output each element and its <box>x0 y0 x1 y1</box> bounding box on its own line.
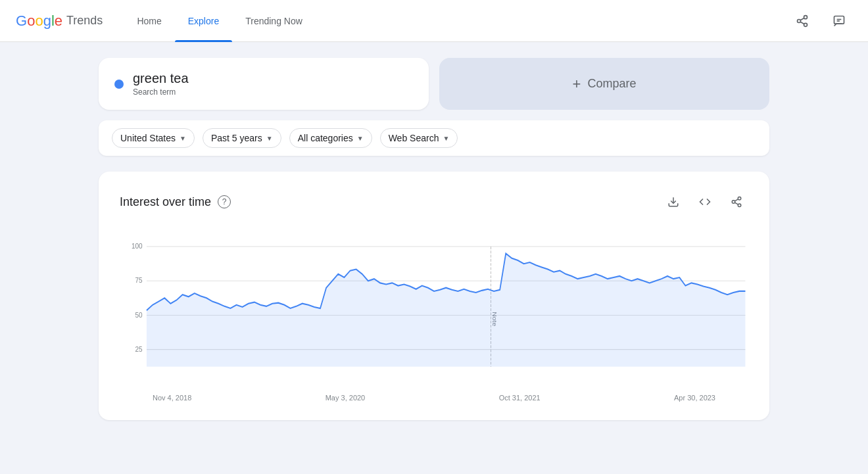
embed-icon <box>699 196 711 208</box>
share-icon <box>796 14 809 28</box>
google-wordmark: Google <box>16 12 62 30</box>
feedback-button[interactable] <box>826 8 852 34</box>
nav-trending[interactable]: Trending Now <box>232 0 316 42</box>
chart-header: Interest over time ? <box>120 190 748 214</box>
search-type-chevron-icon: ▼ <box>443 135 449 142</box>
svg-point-9 <box>738 197 741 201</box>
help-icon[interactable]: ? <box>218 195 231 208</box>
svg-text:50: 50 <box>135 310 142 319</box>
svg-line-13 <box>735 199 738 201</box>
search-info: green tea Search term <box>133 71 189 97</box>
interest-chart: 100 75 50 25 Note <box>120 229 748 387</box>
category-filter[interactable]: All categories ▼ <box>289 128 372 148</box>
feedback-icon <box>832 14 846 28</box>
svg-point-2 <box>804 23 808 26</box>
svg-line-3 <box>800 22 804 24</box>
chart-title: Interest over time <box>120 195 211 209</box>
svg-point-11 <box>738 204 741 207</box>
main-content: green tea Search term + Compare United S… <box>0 42 868 436</box>
svg-line-12 <box>735 202 738 204</box>
share-button[interactable] <box>789 8 815 34</box>
compare-label: Compare <box>587 77 636 91</box>
svg-point-0 <box>804 15 808 18</box>
chart-card: Interest over time ? <box>99 172 769 420</box>
x-label-3: Apr 30, 2023 <box>674 394 715 402</box>
filters-bar: United States ▼ Past 5 years ▼ All categ… <box>99 120 769 156</box>
category-label: All categories <box>298 133 353 143</box>
header: Google Trends Home Explore Trending Now <box>0 0 868 42</box>
x-label-2: Oct 31, 2021 <box>499 394 541 402</box>
chart-share-button[interactable] <box>725 190 748 214</box>
compare-card[interactable]: + Compare <box>439 58 769 110</box>
search-type-filter[interactable]: Web Search ▼ <box>380 128 458 148</box>
embed-button[interactable] <box>693 190 717 214</box>
time-filter[interactable]: Past 5 years ▼ <box>203 128 281 148</box>
svg-point-1 <box>798 19 801 22</box>
chart-container: 100 75 50 25 Note Nov 4, 2018 <box>120 229 748 402</box>
search-type-label: Search term <box>133 87 189 97</box>
chart-share-icon <box>731 196 742 208</box>
svg-line-4 <box>800 18 804 20</box>
download-icon <box>667 196 679 208</box>
svg-text:100: 100 <box>132 242 143 250</box>
time-label: Past 5 years <box>211 133 262 143</box>
nav-explore[interactable]: Explore <box>175 0 232 42</box>
trends-wordmark: Trends <box>66 14 103 28</box>
time-chevron-icon: ▼ <box>266 135 273 142</box>
category-chevron-icon: ▼ <box>357 135 364 142</box>
x-label-0: Nov 4, 2018 <box>153 394 191 402</box>
svg-text:75: 75 <box>135 276 142 285</box>
search-type-filter-label: Web Search <box>389 133 439 143</box>
search-section: green tea Search term + Compare <box>99 58 769 110</box>
region-label: United States <box>120 133 176 143</box>
compare-plus-icon: + <box>573 76 581 93</box>
nav-home[interactable]: Home <box>124 0 174 42</box>
chart-title-group: Interest over time ? <box>120 195 231 209</box>
header-actions <box>789 8 852 34</box>
search-dot <box>114 80 124 89</box>
search-term: green tea <box>133 71 189 86</box>
download-button[interactable] <box>662 190 685 214</box>
svg-text:25: 25 <box>135 344 142 353</box>
main-nav: Home Explore Trending Now <box>124 0 789 42</box>
logo: Google Trends <box>16 12 103 30</box>
region-chevron-icon: ▼ <box>180 135 186 142</box>
chart-actions <box>662 190 748 214</box>
search-card: green tea Search term <box>99 58 429 110</box>
svg-rect-5 <box>834 16 844 24</box>
x-label-1: May 3, 2020 <box>326 394 366 402</box>
region-filter[interactable]: United States ▼ <box>112 128 195 148</box>
svg-point-10 <box>732 201 735 204</box>
x-axis-labels: Nov 4, 2018 May 3, 2020 Oct 31, 2021 Apr… <box>120 390 748 402</box>
